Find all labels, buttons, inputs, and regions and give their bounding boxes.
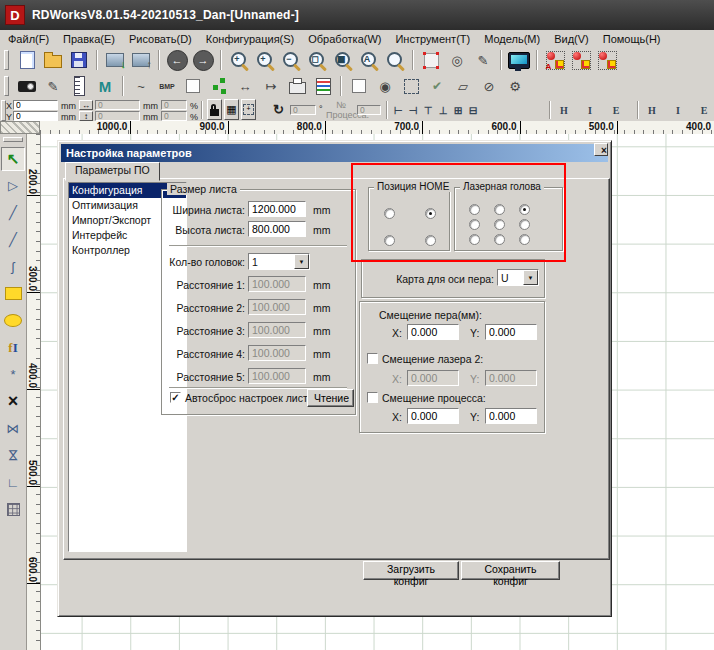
window-titlebar[interactable]: D RDWorksV8.01.54-20210513_Dan-[Unnamed-… [0, 0, 714, 30]
laser-head-radio[interactable] [469, 234, 480, 245]
pen-wand-button[interactable]: ✎ [40, 75, 66, 98]
process-y-input[interactable] [485, 408, 537, 424]
bmp-button[interactable]: BMP [154, 75, 180, 98]
zoom-origin-button[interactable]: + [226, 49, 252, 72]
edit-pen-button[interactable]: ✎ [470, 49, 496, 72]
menu-item-4[interactable]: Конфигурация(S) [206, 33, 294, 45]
home-position-radio[interactable] [425, 235, 436, 246]
load-config-button[interactable]: Загрузить конфиг [363, 561, 459, 580]
export-button[interactable]: ↑ [128, 49, 154, 72]
height-arrow-button[interactable]: ↕ [79, 111, 93, 121]
pick-point-button[interactable]: ◎ [444, 49, 470, 72]
paste-frame-button[interactable]: + [241, 99, 256, 120]
laser-head-radio[interactable] [494, 234, 505, 245]
marquee-button[interactable] [398, 75, 424, 98]
align-left-button[interactable]: ⊢ [391, 101, 405, 119]
print-button[interactable] [284, 75, 310, 98]
select-frame-button[interactable] [418, 49, 444, 72]
array-grid-button[interactable] [1, 498, 25, 522]
rect-tool-button[interactable] [1, 282, 25, 306]
chevron-down-icon[interactable]: ▼ [294, 254, 309, 269]
zoom-in-button[interactable]: + [252, 49, 278, 72]
pen-axis-combo[interactable]: U ▼ [497, 269, 539, 286]
menu-item-2[interactable]: Правка(E) [63, 33, 115, 45]
dialog-close-button[interactable]: × [594, 143, 608, 156]
settings-gear-button[interactable]: ⚙ [502, 75, 528, 98]
autoreset-checkbox[interactable] [170, 392, 181, 403]
y-position-input[interactable] [13, 111, 58, 121]
blank-swatch-button[interactable] [346, 75, 372, 98]
process-offset-checkbox[interactable] [367, 392, 378, 403]
toolbar-grip[interactable] [3, 137, 23, 142]
corner-tool-button[interactable]: ∟ [1, 471, 25, 495]
undo-button[interactable]: ← [164, 49, 190, 72]
curve-smooth-button[interactable]: ~ [128, 75, 154, 98]
menu-item-8[interactable]: Вид(V) [554, 33, 589, 45]
group-edge-button[interactable]: E [697, 101, 711, 119]
select-tool-button[interactable]: ↖ [1, 147, 25, 171]
sheet-width-input[interactable] [248, 201, 306, 217]
head-count-combo[interactable]: 1 ▼ [248, 253, 310, 270]
menu-item-3[interactable]: Рисовать(D) [129, 33, 192, 45]
zoom-out-button[interactable]: − [278, 49, 304, 72]
pen-y-input[interactable] [485, 324, 537, 340]
node-edit-tool-button[interactable]: ▷ [1, 174, 25, 198]
dialog-titlebar[interactable]: Настройка параметров [61, 144, 608, 162]
menu-item-6[interactable]: Инструмент(T) [395, 33, 470, 45]
laser-head-radio[interactable] [494, 204, 505, 215]
measure-ruler-button[interactable] [66, 75, 92, 98]
tab-software-parameters[interactable]: Параметры ПО [65, 162, 160, 181]
toolbar-grip[interactable] [4, 50, 9, 70]
laser-head-radio[interactable] [494, 219, 505, 230]
zoom-select-button[interactable]: A [356, 49, 382, 72]
mirror-v-button[interactable]: ⋈ [1, 444, 25, 468]
menu-item-5[interactable]: Обработка(W) [308, 33, 381, 45]
mirror-h-button[interactable]: ⋈ [1, 417, 25, 441]
x-position-input[interactable] [13, 100, 58, 110]
laser-head-radio[interactable] [519, 234, 530, 245]
laser2-offset-checkbox[interactable] [367, 353, 378, 364]
save-file-button[interactable] [66, 49, 92, 72]
line-tool-button[interactable]: ╱ [1, 201, 25, 225]
chevron-down-icon[interactable]: ▼ [523, 270, 538, 285]
blade-button[interactable]: ▱ [450, 75, 476, 98]
laser-head-radio[interactable] [519, 204, 530, 215]
disable-button[interactable]: ⊘ [476, 75, 502, 98]
star-tool-button[interactable]: * [1, 363, 25, 387]
laser-head-radio[interactable] [519, 219, 530, 230]
node-points-button[interactable] [206, 75, 232, 98]
to-edge-button[interactable]: ↦ [258, 75, 284, 98]
laser-head-radio[interactable] [469, 204, 480, 215]
sheet-height-input[interactable] [248, 221, 306, 237]
delete-tool-button[interactable]: × [1, 390, 25, 414]
menu-item-1[interactable]: Файл(F) [8, 33, 49, 45]
output-order-button[interactable] [568, 49, 594, 72]
read-button[interactable]: Чтение [307, 389, 354, 407]
same-height-button[interactable]: I [583, 101, 597, 119]
rect-outline-button[interactable] [180, 75, 206, 98]
home-position-radio[interactable] [384, 208, 395, 219]
space-equal-h-button[interactable]: H [645, 101, 659, 119]
home-position-radio[interactable] [425, 208, 436, 219]
material-m-button[interactable]: M [92, 75, 118, 98]
new-file-button[interactable] [14, 49, 40, 72]
same-size-button[interactable]: E [609, 101, 623, 119]
output-order-all-button[interactable] [594, 49, 620, 72]
width-arrow-button[interactable]: ↔ [79, 100, 93, 110]
same-width-button[interactable]: H [557, 101, 571, 119]
camera-button[interactable]: ◉ [372, 75, 398, 98]
menu-item-9[interactable]: Помощь(H) [603, 33, 661, 45]
toolbar-grip[interactable] [4, 76, 9, 96]
h-distance-button[interactable]: ↔ [232, 75, 258, 98]
verify-check-button[interactable]: ✔ [424, 75, 450, 98]
laser-head-button[interactable] [14, 75, 40, 98]
pen-x-input[interactable] [407, 324, 459, 340]
text-tool-button[interactable]: fI [1, 336, 25, 360]
preview-monitor-button[interactable] [506, 49, 532, 72]
align-center-v-button[interactable]: ⊟ [466, 101, 480, 119]
zoom-all-button[interactable]: ▦ [330, 49, 356, 72]
import-button[interactable]: ↓ [102, 49, 128, 72]
align-right-button[interactable]: ⊣ [406, 101, 420, 119]
laser-head-radio[interactable] [469, 219, 480, 230]
curve-tool-button[interactable]: ʃ [1, 255, 25, 279]
